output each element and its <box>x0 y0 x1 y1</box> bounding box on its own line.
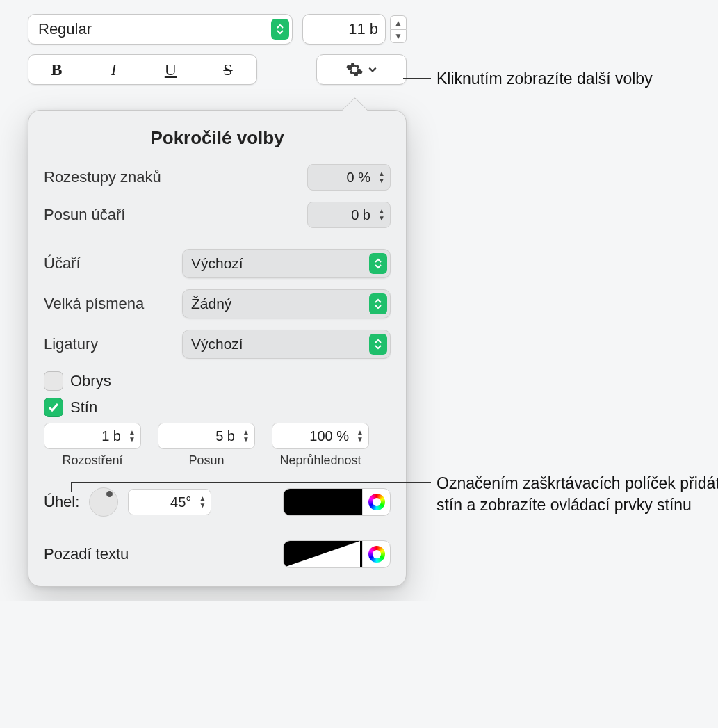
text-background-color-well[interactable] <box>283 540 391 568</box>
caps-select[interactable]: Žádný <box>182 289 391 318</box>
callout-shadow: Označením zaškrtávacích políček přidáte … <box>436 473 718 516</box>
advanced-options-popover: Pokročilé volby Rozestupy znaků 0 % ▲▼ P… <box>28 110 407 587</box>
color-picker-icon[interactable] <box>362 541 390 567</box>
shadow-offset-stepper[interactable]: ▲▼ <box>240 429 252 443</box>
ligatures-label: Ligatury <box>44 335 182 353</box>
char-spacing-label: Rozestupy znaků <box>44 168 307 186</box>
underline-button[interactable]: U <box>142 55 199 84</box>
shadow-opacity-stepper[interactable]: ▲▼ <box>354 429 366 443</box>
font-size-stepper[interactable]: ▲ ▼ <box>390 15 407 43</box>
color-picker-icon[interactable] <box>362 489 390 515</box>
outline-checkbox[interactable] <box>44 371 63 391</box>
italic-button[interactable]: I <box>85 55 142 84</box>
char-spacing-stepper[interactable]: ▲▼ <box>376 170 387 184</box>
stepper-up-icon[interactable]: ▲ <box>390 15 407 29</box>
shadow-color-well[interactable] <box>283 488 391 516</box>
shadow-blur-field[interactable]: 1 b ▲▼ <box>44 423 141 449</box>
callout-leader <box>71 482 72 492</box>
text-background-label: Pozadí textu <box>44 545 129 563</box>
chevron-down-icon <box>368 65 377 74</box>
shadow-blur-label: Rozostření <box>62 453 122 468</box>
baseline-shift-field[interactable]: 0 b ▲▼ <box>307 202 391 228</box>
shadow-color-swatch <box>284 489 362 515</box>
strikethrough-button[interactable]: S <box>199 55 256 84</box>
baseline-select[interactable]: Výchozí <box>182 249 391 278</box>
font-style-value: Regular <box>38 20 271 38</box>
callout-gear: Kliknutím zobrazíte další volby <box>436 68 718 90</box>
text-bg-swatch <box>284 541 362 567</box>
chevron-updown-icon <box>369 334 387 355</box>
baseline-label: Účaří <box>44 254 182 273</box>
shadow-label: Stín <box>70 398 97 416</box>
advanced-options-button[interactable] <box>316 54 407 85</box>
callout-leader <box>403 78 431 79</box>
font-style-dropdown[interactable]: Regular <box>28 14 293 45</box>
angle-label: Úhel: <box>44 493 79 511</box>
angle-stepper[interactable]: ▲▼ <box>197 495 208 509</box>
outline-label: Obrys <box>70 372 111 390</box>
char-spacing-field[interactable]: 0 % ▲▼ <box>307 164 391 191</box>
caps-label: Velká písmena <box>44 295 182 313</box>
baseline-shift-label: Posun účaří <box>44 206 307 224</box>
angle-knob[interactable] <box>89 487 118 517</box>
shadow-offset-field[interactable]: 5 b ▲▼ <box>158 423 255 449</box>
gear-icon <box>345 60 364 79</box>
font-size-field[interactable]: 11 b <box>302 14 386 45</box>
chevron-updown-icon <box>369 293 387 314</box>
angle-field[interactable]: 45° ▲▼ <box>128 489 211 515</box>
shadow-checkbox[interactable] <box>44 398 63 417</box>
bold-button[interactable]: B <box>28 55 85 84</box>
popover-title: Pokročilé volby <box>44 127 391 149</box>
text-style-segmented: B I U S <box>28 54 257 85</box>
shadow-blur-stepper[interactable]: ▲▼ <box>127 429 138 443</box>
text-format-toolbar: Regular 11 b ▲ ▼ B I U S <box>28 14 407 587</box>
shadow-opacity-field[interactable]: 100 % ▲▼ <box>272 423 369 449</box>
chevron-updown-icon <box>271 19 289 40</box>
chevron-updown-icon <box>369 253 387 274</box>
stepper-down-icon[interactable]: ▼ <box>390 29 407 43</box>
callout-leader <box>71 482 431 483</box>
baseline-shift-stepper[interactable]: ▲▼ <box>376 208 387 222</box>
font-size-value: 11 b <box>310 20 382 38</box>
shadow-offset-label: Posun <box>188 453 224 468</box>
shadow-opacity-label: Neprůhlednost <box>279 453 361 468</box>
ligatures-select[interactable]: Výchozí <box>182 330 391 359</box>
